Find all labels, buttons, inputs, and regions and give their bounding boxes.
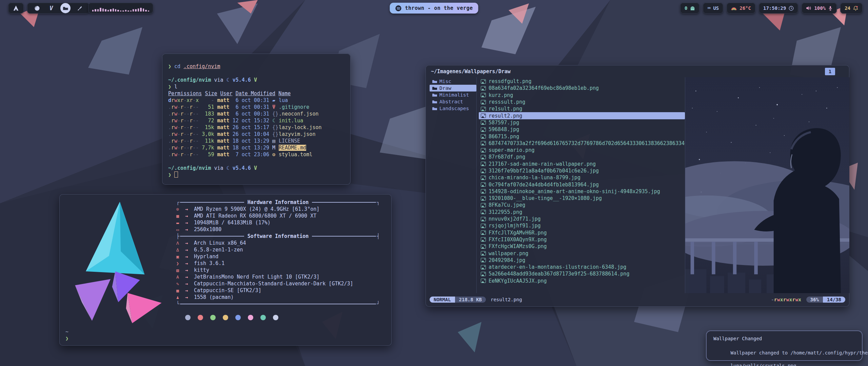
weather-module[interactable]: 26°C <box>727 3 755 14</box>
sidebar-folder-item[interactable]: Draw <box>430 85 476 92</box>
file-row[interactable]: 3122955.png <box>479 209 685 216</box>
notifications-module[interactable]: 24 <box>840 3 863 14</box>
file-row[interactable]: rsjqojlmjhf91.jpg <box>479 222 685 229</box>
file-row[interactable]: 20492984.jpg <box>479 257 685 264</box>
file-row[interactable]: 8FKa7Cu.jpeg <box>479 202 685 208</box>
image-file-icon <box>481 224 486 228</box>
image-file-icon <box>481 141 486 145</box>
fetch-row-value: Catppuccin-Macchiato-Standard-Lavender-D… <box>194 281 353 287</box>
fetch-info-row: ▣ → Hyprland <box>176 253 380 260</box>
visualizer-bar <box>122 11 124 12</box>
image-file-icon <box>481 134 486 139</box>
tab-badge[interactable]: 1 <box>825 68 835 75</box>
visualizer-bar <box>100 8 101 12</box>
media-pill[interactable]: thrown - on the verge <box>390 3 478 14</box>
folder-name: Minimalist <box>439 92 469 98</box>
file-row[interactable]: 866715.png <box>479 133 685 140</box>
file-row[interactable]: 68747470733a2f2f696d616765732d7769786d70… <box>479 140 685 147</box>
file-row[interactable]: resssult.png <box>479 99 685 105</box>
image-file-icon <box>481 189 486 194</box>
file-row[interactable]: 08a634fa02a32364f69ebc86a98eb1eb.png <box>479 85 685 92</box>
dock-item-firefox[interactable] <box>32 3 42 13</box>
file-row[interactable]: atardecer-en-la-montanas-ilustracion-634… <box>479 264 685 270</box>
fetch-info-row: Δ → 6.5.8-zen1-1-zen <box>176 246 380 253</box>
file-row[interactable]: result2.png <box>479 112 685 119</box>
launcher-button[interactable] <box>8 3 24 14</box>
file-row[interactable]: 587597.jpg <box>479 119 685 126</box>
updates-module[interactable]: 0 <box>680 3 699 14</box>
notification[interactable]: Wallpaper Changed Wallpaper changed to /… <box>706 330 863 361</box>
fetch-row-icon: Δ <box>176 247 185 252</box>
fetch-terminal-window[interactable]: ┌ Hardware Information ┐ ⊙ → AMD Ryzen 9… <box>59 194 392 346</box>
firefox-icon <box>34 5 40 11</box>
audio-module[interactable]: 100% <box>802 3 837 14</box>
fetch-row-icon: A <box>176 274 185 280</box>
fetch-row-icon: ⊙ <box>176 207 185 212</box>
clock-module[interactable]: 17:50:29 <box>759 3 798 14</box>
file-row[interactable]: 217167-sad-anime-rain-wallpaper.png <box>479 161 685 167</box>
rainbow-icon <box>731 6 737 11</box>
microphone-icon <box>828 6 832 11</box>
file-row[interactable]: FXfcII0X0AQyn9X.png <box>479 236 685 243</box>
sidebar-folder-item[interactable]: Landscapes <box>430 105 476 112</box>
dock-item-files[interactable] <box>60 3 71 13</box>
file-row[interactable]: FXfcJlTXgAMvH6R.png <box>479 229 685 236</box>
file-row[interactable]: EeNKYgIUcAAJ5JX.png <box>479 278 685 284</box>
palette-dot <box>185 315 191 320</box>
file-name: super-mario.png <box>489 147 534 153</box>
file-row[interactable]: 19201080-__blue-tinge__-1920×1080.jpg <box>479 195 685 202</box>
image-file-icon <box>481 196 486 201</box>
file-row[interactable]: 87r687df.png <box>479 154 685 160</box>
sidebar-folder-item[interactable]: Minimalist <box>430 92 476 98</box>
sidebar-folder-item[interactable]: Misc <box>430 78 476 85</box>
vim-icon: V <box>50 5 53 12</box>
file-row[interactable]: nnvuv0xj2df71.jpg <box>479 216 685 222</box>
temperature: 26°C <box>739 5 751 11</box>
visualizer-bar <box>125 10 126 12</box>
mode-badge: NORMAL <box>430 297 455 303</box>
notification-body: Wallpaper changed to /home/matt/.config/… <box>713 343 868 366</box>
sidebar-folder-item[interactable]: Abstract <box>430 98 476 105</box>
dock-item-brush[interactable] <box>75 3 85 13</box>
section-footer: └┘ <box>176 301 380 307</box>
file-manager-window[interactable]: ~/Imagenes/Wallpapers/Draw 1 Misc Draw M… <box>426 65 849 307</box>
visualizer-bar <box>115 9 116 12</box>
folder-name: Abstract <box>439 99 463 104</box>
file-name: re1sult.png <box>489 106 522 112</box>
keyboard-icon: ⌨ <box>707 6 710 11</box>
terminal-window[interactable]: ❯ cd .config/nvim~/.config/nvim via ☾ v5… <box>162 54 351 185</box>
file-row[interactable]: 154928-odinokoe_anime-art-anime-okno-sin… <box>479 188 685 195</box>
file-name: atardecer-en-la-montanas-ilustracion-634… <box>489 264 626 270</box>
file-row[interactable]: 596848.jpg <box>479 126 685 133</box>
notification-count: 24 <box>845 5 850 11</box>
file-row[interactable]: re1sult.png <box>479 105 685 112</box>
file-row[interactable]: chica-mirando-la-luna-8799.jpg <box>479 174 685 181</box>
image-file-icon <box>481 86 486 90</box>
updates-count: 0 <box>685 5 687 11</box>
arrow-icon: → <box>185 240 194 246</box>
status-bar: NORMAL 218.8 KB result2.png -rwxrwxrwx 3… <box>430 296 845 303</box>
file-manager-columns: Misc Draw Minimalist Abstract Landscapes… <box>426 77 849 293</box>
fetch-info-row: A → JetBrainsMono Nerd Font Light 10 [GT… <box>176 273 380 280</box>
file-row[interactable]: ressdfgult.png <box>479 78 685 85</box>
file-row[interactable]: 0c794faf07de24a4db4d4fb1eb813964.jpg <box>479 181 685 188</box>
file-name: 866715.png <box>489 134 519 140</box>
image-file-icon <box>481 182 486 187</box>
visualizer-bar <box>117 10 119 12</box>
file-row[interactable]: 3126f7e9bbf21a8a4af0b67b041c6e26.jpg <box>479 167 685 174</box>
file-row[interactable]: super-mario.png <box>479 147 685 154</box>
fetch-row-icon: Λ <box>176 241 185 246</box>
file-name: FXfcHgcWIAMzs0G.png <box>489 243 547 249</box>
file-row[interactable]: kurz.png <box>479 92 685 99</box>
dock-item-vim[interactable]: V <box>46 3 56 13</box>
keyboard-layout-module[interactable]: ⌨ US <box>703 3 723 14</box>
image-file-icon <box>481 148 486 152</box>
fetch-row-icon: ▭ <box>176 227 185 232</box>
palette-dot <box>248 315 253 320</box>
file-row[interactable]: wallpaper.png <box>479 250 685 257</box>
file-row[interactable]: 5a266e448add93deab367d87173e9f25-6837886… <box>479 270 685 277</box>
fetch-row-value: 868x366 <box>194 226 221 232</box>
arrow-icon: → <box>185 288 194 293</box>
file-row[interactable]: FXfcHgcWIAMzs0G.png <box>479 243 685 250</box>
image-file-icon <box>481 230 486 235</box>
